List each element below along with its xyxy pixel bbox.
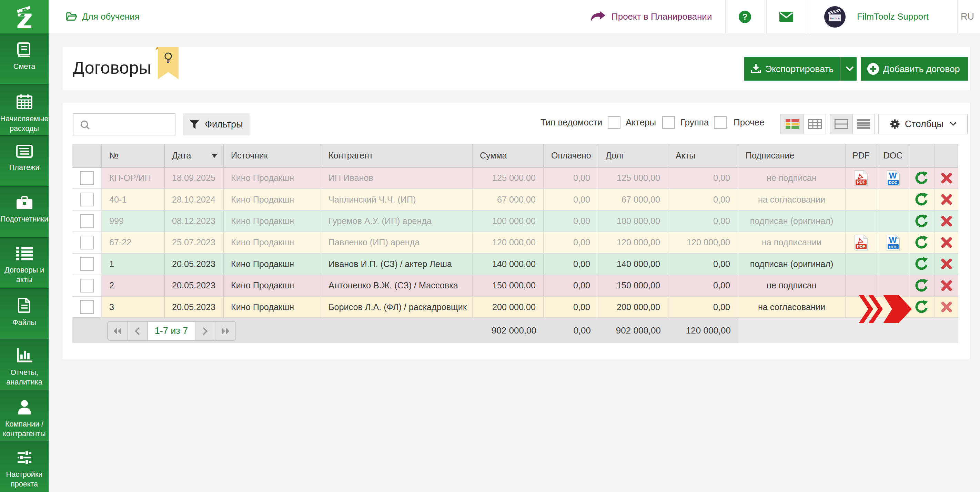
svg-text:DOC: DOC: [889, 245, 897, 249]
svg-text:PDF: PDF: [857, 244, 865, 249]
svg-text:W: W: [889, 171, 897, 180]
svg-text:PDF: PDF: [857, 180, 865, 185]
svg-text:DOC: DOC: [889, 180, 897, 184]
svg-text:W: W: [889, 235, 897, 244]
svg-text:?: ?: [743, 12, 748, 21]
svg-text:FilmToolz: FilmToolz: [830, 17, 840, 20]
